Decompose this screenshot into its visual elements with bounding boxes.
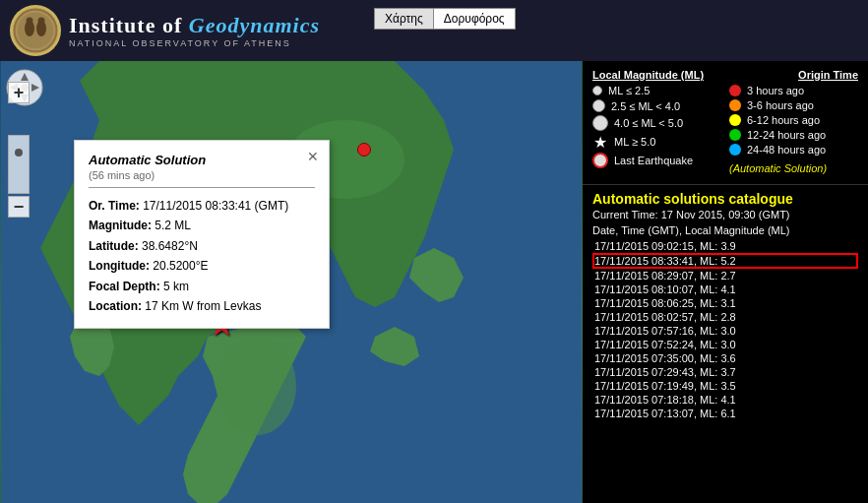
catalogue-time: Current Time: 17 Nov 2015, 09:30 (GMT)	[592, 209, 858, 220]
mag-label-3: 4.0 ≤ ML < 5.0	[614, 117, 683, 129]
or-time-value: 17/11/2015 08:33:41 (GMT)	[143, 199, 288, 213]
legend-time-5: 24-48 hours ago	[729, 144, 858, 156]
latitude-value: 38.6482°N	[142, 239, 198, 253]
zoom-controls: + −	[8, 82, 30, 218]
time-label-1: 3 hours ago	[747, 85, 804, 96]
mag-label-1: ML ≤ 2.5	[608, 85, 650, 96]
magnitude-value: 5.2 ML	[155, 219, 191, 232]
popup: Automatic Solution (56 mins ago) ✕ Or. T…	[74, 140, 330, 329]
magnitude-header: Local Magnitude (ML)	[592, 69, 704, 81]
latitude-label: Latitude:	[89, 239, 139, 253]
legend-headers: Local Magnitude (ML) Origin Time	[592, 69, 858, 81]
svg-point-3	[27, 18, 33, 25]
auto-solution-label: (Automatic Solution)	[729, 158, 858, 176]
catalogue: Automatic solutions catalogue Current Ti…	[583, 185, 868, 503]
or-time-label: Or. Time:	[89, 199, 140, 213]
time-dot-2	[729, 99, 741, 111]
right-panel: Local Magnitude (ML) Origin Time ML ≤ 2.…	[583, 61, 868, 503]
focal-label: Focal Depth:	[89, 280, 160, 293]
legend: Local Magnitude (ML) Origin Time ML ≤ 2.…	[583, 61, 868, 185]
magnitude-label: Magnitude:	[89, 219, 152, 232]
catalogue-entry-5[interactable]: 17/11/2015 08:02:57, ML: 2.8	[592, 310, 858, 324]
svg-point-1	[16, 11, 55, 50]
svg-point-5	[38, 18, 45, 25]
legend-magnitude-col: ML ≤ 2.5 2.5 ≤ ML < 4.0 4.0 ≤ ML < 5.0 ★…	[592, 85, 721, 176]
location-label: Location:	[89, 299, 142, 313]
mag-dot-2	[592, 99, 605, 112]
catalogue-entry-0[interactable]: 17/11/2015 09:02:15, ML: 3.9	[592, 239, 858, 253]
observatory-name: National Observatory of Athens	[69, 38, 320, 48]
location-value: 17 Km W from Levkas	[145, 299, 261, 313]
legend-time-4: 12-24 hours ago	[729, 129, 858, 141]
zoom-in-button[interactable]: +	[8, 82, 30, 103]
mag-star: ★	[592, 134, 608, 150]
zoom-out-button[interactable]: −	[8, 196, 30, 218]
catalogue-list[interactable]: 17/11/2015 09:02:15, ML: 3.917/11/2015 0…	[592, 239, 858, 497]
mag-dot-3	[592, 115, 608, 131]
legend-time-1: 3 hours ago	[729, 85, 858, 96]
time-dot-4	[729, 129, 741, 141]
catalogue-entry-12[interactable]: 17/11/2015 07:13:07, ML: 6.1	[592, 407, 858, 420]
time-label-4: 12-24 hours ago	[747, 129, 826, 141]
mag-label-4: ML ≥ 5.0	[614, 136, 655, 148]
last-eq-label: Last Earthquake	[614, 155, 693, 166]
origin-header: Origin Time	[798, 69, 858, 81]
catalogue-entry-2[interactable]: 17/11/2015 08:29:07, ML: 2.7	[592, 269, 858, 283]
longitude-label: Longitude:	[89, 259, 150, 273]
popup-close-button[interactable]: ✕	[307, 149, 319, 164]
catalogue-entry-10[interactable]: 17/11/2015 07:19:49, ML: 3.5	[592, 379, 858, 393]
time-label-5: 24-48 hours ago	[747, 144, 826, 156]
institute-geo: Geodynamics	[189, 13, 320, 37]
institute-title: Institute of Geodynamics National Observ…	[69, 13, 320, 48]
legend-last-eq: Last Earthquake	[592, 153, 721, 168]
longitude-value: 20.5200°E	[153, 259, 208, 273]
catalogue-entry-7[interactable]: 17/11/2015 07:52:24, ML: 3.0	[592, 338, 858, 351]
catalogue-entry-8[interactable]: 17/11/2015 07:35:00, ML: 3.6	[592, 351, 858, 365]
legend-time-3: 6-12 hours ago	[729, 114, 858, 126]
legend-mag-1: ML ≤ 2.5	[592, 85, 721, 96]
main-content: + − ★ Automatic Solution (56 mins ago) ✕…	[0, 61, 868, 503]
catalogue-title: Automatic solutions catalogue	[592, 191, 858, 207]
mag-dot-1	[592, 86, 602, 95]
popup-time: (56 mins ago)	[89, 169, 315, 188]
catalogue-entry-11[interactable]: 17/11/2015 07:18:18, ML: 4.1	[592, 393, 858, 407]
last-eq-dot	[592, 153, 608, 168]
time-label-3: 6-12 hours ago	[747, 114, 820, 126]
time-dot-3	[729, 114, 741, 126]
time-dot-5	[729, 144, 741, 156]
focal-value: 5 km	[163, 280, 189, 293]
catalogue-entry-3[interactable]: 17/11/2015 08:10:07, ML: 4.1	[592, 283, 858, 296]
institute-logo	[10, 5, 61, 56]
popup-body: Or. Time: 17/11/2015 08:33:41 (GMT) Magn…	[89, 196, 315, 316]
catalogue-entry-9[interactable]: 17/11/2015 07:29:43, ML: 3.7	[592, 365, 858, 379]
catalogue-entry-1[interactable]: 17/11/2015 08:33:41, ML: 5.2	[592, 253, 858, 269]
satellite-btn[interactable]: Δορυφόρος	[434, 9, 515, 29]
earthquake-marker-1[interactable]	[357, 143, 371, 157]
legend-time-col: 3 hours ago 3-6 hours ago 6-12 hours ago…	[729, 85, 858, 176]
legend-mag-4: ★ ML ≥ 5.0	[592, 134, 721, 150]
time-dot-1	[729, 85, 741, 96]
mag-label-2: 2.5 ≤ ML < 4.0	[611, 100, 680, 112]
legend-time-2: 3-6 hours ago	[729, 99, 858, 111]
map-area[interactable]: + − ★ Automatic Solution (56 mins ago) ✕…	[0, 61, 583, 503]
institute-prefix: Institute of	[69, 13, 189, 37]
catalogue-entry-4[interactable]: 17/11/2015 08:06:25, ML: 3.1	[592, 296, 858, 310]
logo-area: Institute of Geodynamics National Observ…	[10, 5, 320, 56]
catalogue-column-header: Date, Time (GMT), Local Magnitude (ML)	[592, 224, 858, 236]
legend-columns: ML ≤ 2.5 2.5 ≤ ML < 4.0 4.0 ≤ ML < 5.0 ★…	[592, 85, 858, 176]
svg-point-17	[217, 337, 296, 435]
map-toggle[interactable]: Χάρτης Δορυφόρος	[374, 8, 516, 30]
time-label-2: 3-6 hours ago	[747, 99, 814, 111]
popup-title: Automatic Solution	[89, 153, 315, 167]
legend-mag-2: 2.5 ≤ ML < 4.0	[592, 99, 721, 112]
legend-mag-3: 4.0 ≤ ML < 5.0	[592, 115, 721, 131]
institute-name: Institute of Geodynamics	[69, 13, 320, 38]
map-btn[interactable]: Χάρτης	[375, 9, 434, 29]
header: Institute of Geodynamics National Observ…	[0, 0, 868, 61]
catalogue-entry-6[interactable]: 17/11/2015 07:57:16, ML: 3.0	[592, 324, 858, 338]
